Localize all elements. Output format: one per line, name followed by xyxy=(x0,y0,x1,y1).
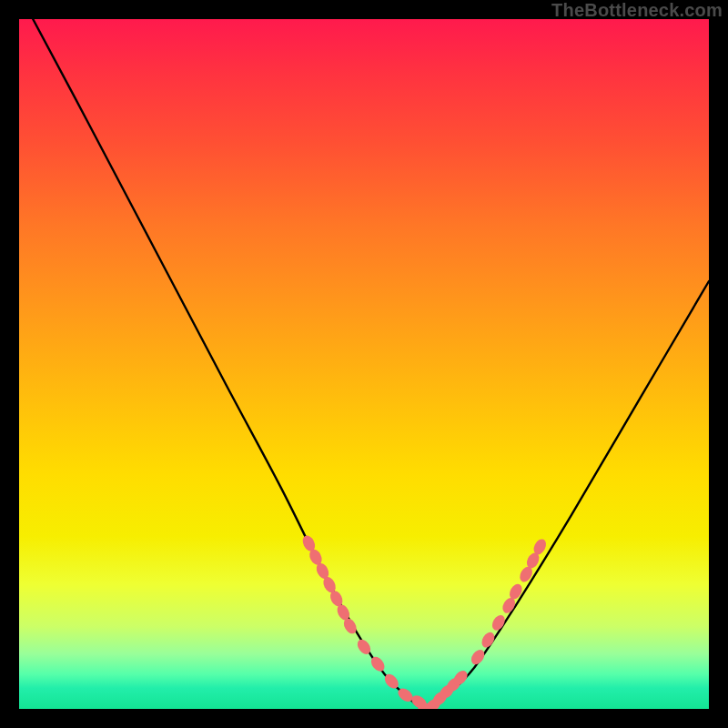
chart-frame: TheBottleneck.com xyxy=(0,0,728,728)
watermark-text: TheBottleneck.com xyxy=(551,0,723,21)
line-series-black-curve xyxy=(33,19,709,709)
chart-svg xyxy=(19,19,709,709)
highlight-dot-group xyxy=(300,533,549,709)
plot-background xyxy=(19,19,709,709)
